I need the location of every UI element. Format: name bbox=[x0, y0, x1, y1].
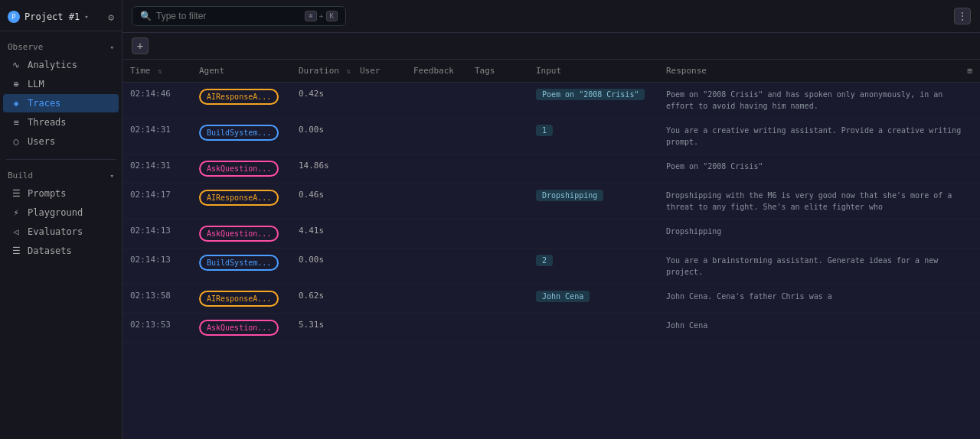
sort-icon: ⇅ bbox=[158, 67, 162, 75]
sidebar: P Project #1 ▾ ⚙ Observe ▾ ∿ Analytics ⊕… bbox=[0, 0, 122, 439]
tags-cell bbox=[467, 249, 528, 285]
sidebar-item-label: Evaluators bbox=[28, 226, 83, 237]
feedback-cell bbox=[406, 119, 467, 154]
ellipsis-icon: ⋮ bbox=[957, 10, 968, 22]
col-header-tags: Tags bbox=[467, 60, 528, 83]
response-text: John Cena. Cena's father Chris was a bbox=[666, 292, 832, 301]
agent-badge[interactable]: AskQuestion... bbox=[199, 161, 279, 177]
input-cell: Dropshipping bbox=[528, 184, 658, 220]
table-header-row: Time ⇅ Agent Duration ⇅ User Feedback bbox=[122, 60, 980, 83]
feedback-cell bbox=[406, 154, 467, 184]
analytics-icon: ∿ bbox=[11, 60, 21, 70]
feedback-cell bbox=[406, 314, 467, 343]
playground-icon: ⚡ bbox=[11, 207, 21, 218]
agent-badge[interactable]: BuildSystem... bbox=[199, 255, 279, 271]
shortcut-separator: + bbox=[319, 12, 324, 21]
agent-badge[interactable]: AIResponseA... bbox=[199, 190, 279, 206]
table-row[interactable]: 02:14:13 BuildSystem... 0.00s 2 You are … bbox=[122, 249, 980, 285]
sidebar-item-datasets[interactable]: ☰ Datasets bbox=[3, 242, 119, 260]
user-cell bbox=[352, 285, 406, 314]
llm-icon: ⊕ bbox=[11, 79, 21, 89]
agent-badge[interactable]: AskQuestion... bbox=[199, 320, 279, 336]
table-row[interactable]: 02:13:58 AIResponseA... 0.62s John Cena … bbox=[122, 285, 980, 314]
table-row[interactable]: 02:14:46 AIResponseA... 0.42s Poem on "2… bbox=[122, 83, 980, 119]
search-input[interactable] bbox=[156, 11, 300, 21]
agent-cell: AIResponseA... bbox=[191, 285, 291, 314]
col-header-agent: Agent bbox=[191, 60, 291, 83]
sidebar-item-users[interactable]: ○ Users bbox=[3, 132, 119, 151]
time-cell: 02:14:13 bbox=[122, 220, 191, 249]
sidebar-item-traces[interactable]: ◈ Traces bbox=[3, 94, 119, 112]
gear-icon[interactable]: ⚙ bbox=[108, 11, 114, 23]
duration-cell: 0.46s bbox=[291, 184, 352, 220]
search-icon: 🔍 bbox=[140, 11, 152, 21]
col-header-feedback: Feedback bbox=[406, 60, 467, 83]
sidebar-item-label: Traces bbox=[28, 98, 60, 109]
tags-cell bbox=[467, 220, 528, 249]
duration-cell: 0.00s bbox=[291, 249, 352, 285]
chevron-icon: ▾ bbox=[110, 44, 114, 51]
time-cell: 02:14:17 bbox=[122, 184, 191, 220]
evaluators-icon: ◁ bbox=[11, 226, 21, 237]
sidebar-item-label: Playground bbox=[28, 207, 83, 218]
user-cell bbox=[352, 184, 406, 220]
sidebar-item-threads[interactable]: ≡ Threads bbox=[3, 113, 119, 132]
agent-cell: AskQuestion... bbox=[191, 314, 291, 343]
threads-icon: ≡ bbox=[11, 117, 21, 128]
agent-badge[interactable]: AskQuestion... bbox=[199, 226, 279, 242]
sidebar-item-label: Datasets bbox=[28, 246, 72, 256]
traces-icon: ◈ bbox=[11, 98, 21, 109]
feedback-cell bbox=[406, 83, 467, 119]
table-row[interactable]: 02:13:53 AskQuestion... 5.31s John Cena bbox=[122, 314, 980, 343]
sidebar-item-evaluators[interactable]: ◁ Evaluators bbox=[3, 223, 119, 241]
col-header-time[interactable]: Time ⇅ bbox=[122, 60, 191, 83]
user-cell bbox=[352, 119, 406, 154]
table-row[interactable]: 02:14:31 AskQuestion... 14.86s Poem on "… bbox=[122, 154, 980, 184]
col-header-user: User bbox=[352, 60, 406, 83]
add-button[interactable]: + bbox=[132, 37, 149, 54]
sidebar-divider bbox=[6, 159, 116, 160]
sidebar-item-prompts[interactable]: ☰ Prompts bbox=[3, 184, 119, 203]
sidebar-item-llm[interactable]: ⊕ LLM bbox=[3, 75, 119, 93]
response-cell: You are a creative writing assistant. Pr… bbox=[658, 119, 980, 154]
traces-table: Time ⇅ Agent Duration ⇅ User Feedback bbox=[122, 60, 980, 343]
response-text: Dropshipping with the M6 is very good no… bbox=[666, 191, 952, 211]
time-cell: 02:14:31 bbox=[122, 154, 191, 184]
tags-cell bbox=[467, 119, 528, 154]
agent-badge[interactable]: AIResponseA... bbox=[199, 291, 279, 307]
columns-icon[interactable]: ⊞ bbox=[967, 66, 972, 76]
input-cell: 2 bbox=[528, 249, 658, 285]
table-row[interactable]: 02:14:31 BuildSystem... 0.00s 1 You are … bbox=[122, 119, 980, 154]
agent-badge[interactable]: AIResponseA... bbox=[199, 89, 279, 105]
tags-cell bbox=[467, 285, 528, 314]
response-text: John Cena bbox=[666, 321, 707, 330]
table-row[interactable]: 02:14:13 AskQuestion... 4.41s Dropshippi… bbox=[122, 220, 980, 249]
input-tag: Poem on "2008 Crisis" bbox=[536, 89, 645, 100]
tags-cell bbox=[467, 83, 528, 119]
agent-badge[interactable]: BuildSystem... bbox=[199, 125, 279, 141]
sidebar-header: P Project #1 ▾ ⚙ bbox=[0, 6, 122, 31]
response-text: You are a brainstorming assistant. Gener… bbox=[666, 256, 938, 276]
sidebar-item-analytics[interactable]: ∿ Analytics bbox=[3, 56, 119, 74]
sidebar-item-playground[interactable]: ⚡ Playground bbox=[3, 203, 119, 222]
cmd-key: ⌘ bbox=[305, 11, 316, 21]
input-cell: John Cena bbox=[528, 285, 658, 314]
input-cell: Poem on "2008 Crisis" bbox=[528, 83, 658, 119]
response-cell: Dropshipping bbox=[658, 220, 980, 249]
feedback-cell bbox=[406, 285, 467, 314]
more-menu-button[interactable]: ⋮ bbox=[954, 8, 971, 24]
response-cell: You are a brainstorming assistant. Gener… bbox=[658, 249, 980, 285]
observe-section: Observe ▾ ∿ Analytics ⊕ LLM ◈ Traces ≡ T… bbox=[0, 36, 122, 154]
sort-icon: ⇅ bbox=[347, 67, 351, 75]
sidebar-item-label: Prompts bbox=[28, 188, 67, 199]
user-cell bbox=[352, 83, 406, 119]
response-text: You are a creative writing assistant. Pr… bbox=[666, 126, 961, 146]
duration-cell: 5.31s bbox=[291, 314, 352, 343]
user-cell bbox=[352, 249, 406, 285]
duration-cell: 0.42s bbox=[291, 83, 352, 119]
user-cell bbox=[352, 314, 406, 343]
project-name[interactable]: P Project #1 ▾ bbox=[8, 11, 89, 23]
search-bar[interactable]: 🔍 ⌘ + K bbox=[132, 6, 346, 26]
table-row[interactable]: 02:14:17 AIResponseA... 0.46s Dropshippi… bbox=[122, 184, 980, 220]
col-header-duration[interactable]: Duration ⇅ bbox=[291, 60, 352, 83]
